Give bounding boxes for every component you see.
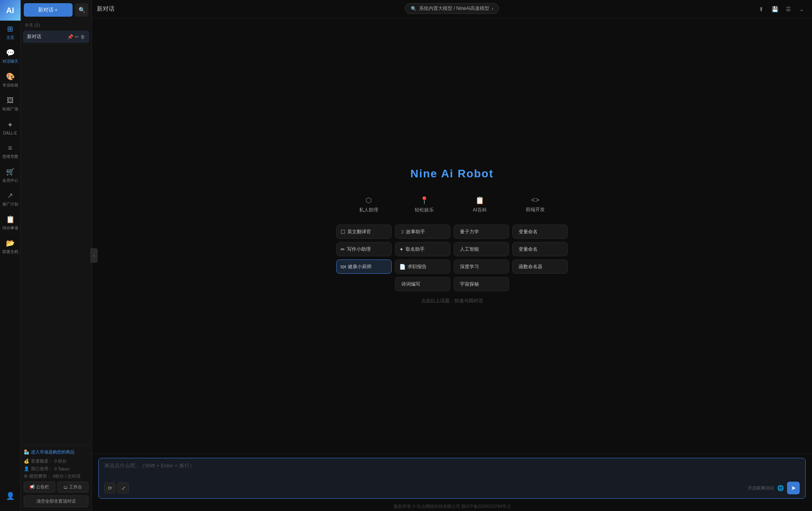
input-area: ⟳ ⤢ 开启联网访问 🌐 ➤ — [92, 453, 812, 502]
sidebar-item-label-mindmap: 思维导图 — [2, 154, 18, 159]
sidebar-item-home[interactable]: ⊞ 主页 — [0, 21, 21, 44]
entertainment-icon: 📍 — [420, 196, 429, 205]
input-left-buttons: ⟳ ⤢ — [104, 482, 129, 494]
menu-icon: ☰ — [786, 6, 791, 12]
search-icon: 🔍 — [79, 7, 85, 13]
user-icon: 👤 — [6, 492, 15, 500]
card-func-naming[interactable]: 函数命名器 — [512, 259, 568, 274]
notice-icon: 📢 — [29, 484, 35, 490]
save-button[interactable]: 💾 — [769, 4, 780, 15]
page-title: 新对话 — [97, 5, 115, 13]
expand-icon: ⤢ — [121, 485, 126, 491]
card-chef[interactable]: 🍽 健康小厨师 — [336, 259, 392, 274]
pin-icon[interactable]: 📌 — [67, 34, 73, 40]
card-label-writing: 写作小助理 — [347, 246, 371, 253]
card-label-quantum: 量子力学 — [460, 229, 479, 235]
sidebar-item-gallery[interactable]: 🖼 绘画广场 — [0, 92, 21, 116]
clear-all-button[interactable]: 清空全部非置顶对话 — [24, 496, 88, 507]
footer-text: 版权所有 © 玖点网络科技有限公司 陕ICP备2020013749号-2 — [394, 504, 510, 509]
card-job[interactable]: 📄 求职报告 — [395, 259, 450, 274]
drawing-icon: 🎨 — [6, 72, 15, 81]
sidebar-item-user[interactable]: 👤 — [0, 484, 21, 508]
hint-text: 点击以上话题，快速与我对话 — [421, 298, 483, 304]
card-story[interactable]: ☽ 故事助手 — [395, 225, 450, 239]
sidebar-item-dalle[interactable]: ✦ DALL-E — [0, 116, 21, 140]
sidebar-item-mindmap[interactable]: ≡ 思维导图 — [0, 140, 21, 163]
mindmap-icon: ≡ — [8, 144, 12, 152]
card-writing[interactable]: ✏ 写作小助理 — [336, 242, 392, 256]
card-naming[interactable]: ✦ 取名助手 — [395, 242, 450, 256]
usage-row: 👤 我已使用： 0 Token — [24, 466, 88, 472]
notice-board-button[interactable]: 📢 公告栏 — [24, 482, 55, 492]
send-button[interactable]: ➤ — [787, 482, 800, 494]
network-label: 开启联网访问 — [748, 485, 774, 491]
chat-list-item[interactable]: 新对话 📌 ✏ 🗑 — [23, 31, 89, 43]
category-label-encyclopedia: AI百科 — [473, 207, 486, 213]
card-deeplearning[interactable]: 深度学习 — [454, 259, 509, 274]
history-button[interactable]: ⟳ — [104, 482, 115, 494]
encyclopedia-icon: 📋 — [475, 196, 484, 205]
card-quantum[interactable]: 量子力学 — [454, 225, 509, 239]
sidebar-item-chat[interactable]: 💬 对话聊天 — [0, 44, 21, 68]
sidebar-item-label-gallery: 绘画广场 — [2, 106, 18, 112]
dropdown-button[interactable]: ⌄ — [796, 4, 807, 15]
chat-section-label: 今天 (1) — [21, 20, 92, 30]
vip-icon: 🛒 — [6, 167, 15, 176]
sidebar-collapse-button[interactable]: ‹ — [90, 248, 98, 263]
card-cosmos[interactable]: 宇宙探秘 — [454, 277, 509, 291]
chat-input[interactable] — [104, 462, 800, 478]
expand-button[interactable]: ⤢ — [118, 482, 129, 494]
chat-icon: 💬 — [6, 48, 15, 57]
sidebar-item-label-todo: 待办事项 — [2, 225, 18, 231]
card-label-translate: 英文翻译官 — [347, 229, 371, 235]
edit-icon[interactable]: ✏ — [75, 34, 79, 40]
balance-icon: 💰 — [24, 459, 29, 464]
category-header-frontend: <> 前端开发 — [521, 193, 550, 216]
app-logo: AI — [0, 0, 21, 21]
category-col-1: 📍 轻松娱乐 — [396, 193, 452, 218]
category-header-personal: ⬡ 私人助理 — [354, 193, 383, 217]
personal-icon: ⬡ — [366, 196, 372, 205]
sidebar-item-todo[interactable]: 📋 待办事项 — [0, 211, 21, 235]
chat-sidebar-header: 新对话＋ 🔍 — [21, 0, 92, 20]
card-var-naming2[interactable]: 变量命名 — [512, 242, 568, 256]
market-link[interactable]: 🏪 进入市场选购您的商品 — [24, 449, 88, 455]
model-breadcrumb[interactable]: 🔍 系统内置大模型 / NineAi高速模型 › — [405, 3, 499, 14]
writing-icon: ✏ — [341, 246, 345, 252]
docs-icon: 📂 — [6, 239, 15, 248]
dalle-icon: ✦ — [7, 121, 13, 129]
chat-content: Nine Ai Robot ⬡ 私人助理 📍 轻松娱乐 📋 AI百科 — [92, 18, 812, 453]
share-button[interactable]: ⬆ — [756, 4, 767, 15]
card-ai[interactable]: 人工智能 — [454, 242, 509, 256]
delete-icon[interactable]: 🗑 — [80, 34, 85, 40]
welcome-title: Nine Ai Robot — [410, 167, 494, 180]
card-var-naming1[interactable]: 变量命名 — [512, 225, 568, 239]
sidebar-item-promote[interactable]: ↗ 推广计划 — [0, 187, 21, 211]
card-label-ai: 人工智能 — [460, 246, 479, 253]
cost-icon: ⚙ — [24, 474, 28, 479]
cards-grid: ☐ 英文翻译官 ☽ 故事助手 量子力学 变量命名 ✏ 写作小助理 ✦ 取名助手 — [336, 225, 568, 291]
model-breadcrumb-text: 系统内置大模型 / NineAi高速模型 — [419, 5, 489, 12]
sidebar-item-drawing[interactable]: 🎨 专业绘画 — [0, 68, 21, 92]
sidebar-item-vip[interactable]: 🛒 会员中心 — [0, 163, 21, 187]
icon-sidebar: AI ⊞ 主页 💬 对话聊天 🎨 专业绘画 🖼 绘画广场 ✦ DALL-E ≡ … — [0, 0, 21, 511]
menu-button[interactable]: ☰ — [783, 4, 794, 15]
category-label-frontend: 前端开发 — [526, 206, 545, 213]
chat-item-title: 新对话 — [27, 33, 67, 40]
balance-row: 💰 普通额度： 0 积分 — [24, 458, 88, 464]
new-chat-button[interactable]: 新对话＋ — [24, 3, 73, 17]
card-translate[interactable]: ☐ 英文翻译官 — [336, 225, 392, 239]
card-poetry[interactable]: 诗词编写 — [395, 277, 450, 291]
chef-icon: 🍽 — [341, 264, 346, 270]
model-cost-row: ⚙ 模型费用： 0积分 / 次对话 — [24, 473, 88, 479]
input-right-area: 开启联网访问 🌐 ➤ — [748, 482, 800, 494]
workspace-button[interactable]: 🗂 工作台 — [57, 482, 89, 492]
category-label-personal: 私人助理 — [359, 207, 378, 213]
search-button[interactable]: 🔍 — [75, 3, 88, 17]
sidebar-item-docs[interactable]: 📂 部署文档 — [0, 235, 21, 259]
globe-icon[interactable]: 🌐 — [777, 485, 784, 491]
card-label-job: 求职报告 — [408, 263, 427, 270]
sidebar-item-label-home: 主页 — [6, 35, 14, 40]
frontend-icon: <> — [531, 196, 539, 204]
input-bottom: ⟳ ⤢ 开启联网访问 🌐 ➤ — [104, 482, 800, 494]
